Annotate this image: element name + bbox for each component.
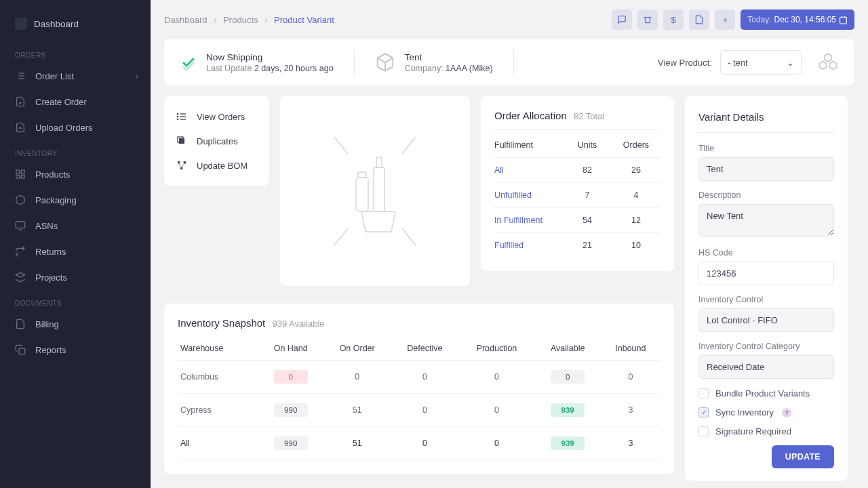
crumb-current: Product Variant [274, 15, 334, 25]
svg-rect-8 [16, 170, 20, 174]
field-label-desc: Description [698, 190, 834, 200]
actions-card: View Orders Duplicates Update BOM [164, 96, 269, 186]
action-view-orders[interactable]: View Orders [176, 104, 257, 129]
action-note-button[interactable] [612, 9, 632, 30]
action-label: Update BOM [197, 161, 248, 171]
layers-icon [15, 272, 26, 283]
field-label-title: Title [698, 144, 834, 153]
card-title: Variant Details [698, 111, 834, 133]
sidebar-dashboard[interactable]: Dashboard [0, 12, 151, 42]
table-header: Defective [391, 337, 459, 361]
file-icon [694, 15, 704, 24]
view-product-select[interactable]: - tent ⌄ [720, 50, 802, 75]
action-update-bom[interactable]: Update BOM [176, 153, 257, 178]
field-label-icc: Inventory Control Category [698, 342, 834, 351]
svg-rect-9 [21, 170, 24, 174]
sidebar-item-label: Projects [35, 272, 67, 283]
sidebar-item-projects[interactable]: Projects [0, 264, 151, 290]
crumb-sep: › [214, 15, 216, 25]
product-name: Tent [405, 52, 493, 62]
help-icon[interactable]: ? [782, 408, 791, 418]
sidebar-item-create-order[interactable]: Create Order [0, 89, 151, 115]
nodes-icon [176, 160, 187, 171]
chevron-down-icon: ⌄ [787, 58, 794, 68]
card-title: Inventory Snapshot 939 Available [178, 317, 325, 329]
svg-rect-30 [180, 167, 182, 169]
svg-rect-37 [356, 178, 368, 211]
svg-point-25 [177, 119, 178, 119]
sidebar-item-products[interactable]: Products [0, 161, 151, 187]
sidebar-item-reports[interactable]: Reports [0, 337, 151, 363]
sidebar-item-billing[interactable]: Billing [0, 311, 151, 337]
inventory-control-category-field[interactable] [698, 355, 834, 379]
sidebar-item-packaging[interactable]: Packaging [0, 187, 151, 213]
svg-rect-10 [21, 175, 24, 178]
sidebar-item-label: Products [35, 169, 70, 180]
inventory-control-field[interactable] [698, 308, 834, 332]
dollar-icon: $ [671, 15, 676, 25]
action-duplicates[interactable]: Duplicates [176, 129, 257, 153]
field-label-hs: HS Code [698, 248, 834, 258]
allocation-header-row: Fulfillment Units Orders [494, 133, 660, 158]
svg-point-24 [177, 116, 178, 117]
crumb-dashboard[interactable]: Dashboard [164, 15, 208, 25]
shipping-title: Now Shipping [206, 52, 334, 62]
sidebar-item-label: Reports [35, 345, 66, 355]
checkbox-bundle[interactable]: Bundle Product Variants [698, 388, 834, 399]
sidebar-item-label: Billing [35, 319, 59, 329]
svg-line-33 [334, 137, 348, 154]
view-product-value: - tent [728, 58, 748, 68]
grid-icon [15, 169, 26, 180]
card-subtitle: 939 Available [272, 319, 324, 329]
dashboard-icon [15, 18, 27, 30]
svg-rect-38 [358, 172, 366, 178]
sidebar-section-documents: DOCUMENTS [0, 290, 151, 311]
chevron-right-icon: › [136, 71, 138, 81]
hs-code-field[interactable] [698, 262, 834, 285]
sidebar-item-order-list[interactable]: Order List › [0, 63, 151, 89]
allocation-link[interactable]: In Fulfillment [494, 216, 563, 225]
sidebar-item-label: Upload Orders [35, 123, 93, 133]
sidebar-item-returns[interactable]: Returns [0, 239, 151, 264]
checkbox-signature[interactable]: Signature Required [698, 426, 834, 436]
sidebar-dashboard-label: Dashboard [34, 19, 79, 29]
svg-rect-29 [184, 161, 186, 163]
svg-rect-28 [178, 161, 180, 163]
file-icon [15, 319, 26, 329]
checkbox-icon [698, 388, 709, 399]
checkbox-sync[interactable]: ✓ Sync Inventory ? [698, 407, 834, 418]
variant-details-card: Variant Details Title Description New Te… [685, 96, 848, 481]
svg-line-36 [402, 228, 416, 245]
action-doc-button[interactable] [689, 9, 709, 30]
crumb-sep: › [264, 15, 267, 25]
sidebar-item-upload-orders[interactable]: Upload Orders [0, 115, 151, 140]
view-product-label: View Product: [658, 58, 712, 68]
list-icon [176, 111, 187, 122]
action-price-button[interactable]: $ [663, 9, 684, 30]
action-delete-button[interactable] [637, 9, 658, 30]
crumb-products[interactable]: Products [223, 15, 258, 25]
return-icon [15, 246, 26, 257]
svg-line-31 [178, 163, 181, 167]
shipping-check-icon [180, 54, 197, 70]
table-header: Production [458, 337, 534, 361]
description-field[interactable]: New Tent [698, 204, 834, 237]
allocation-link[interactable]: All [494, 165, 563, 175]
inventory-table: WarehouseOn HandOn OrderDefectiveProduct… [178, 337, 660, 460]
inventory-snapshot-card: Inventory Snapshot 939 Available Warehou… [164, 304, 674, 474]
action-add-button[interactable]: + [715, 9, 735, 30]
today-button[interactable]: Today: Dec 30, 14:56:05 [741, 9, 854, 30]
allocation-link[interactable]: Fulfilled [494, 241, 563, 250]
allocation-link[interactable]: Unfulfilled [494, 190, 563, 200]
card-subtitle: 82 Total [574, 111, 604, 121]
title-field[interactable] [698, 157, 834, 181]
table-header: Inbound [601, 337, 660, 361]
cubes-icon [818, 52, 838, 73]
file-plus-icon [15, 96, 26, 107]
update-button[interactable]: UPDATE [772, 445, 834, 468]
sidebar-item-asns[interactable]: ASNs [0, 213, 151, 239]
svg-rect-16 [840, 17, 847, 24]
table-row: Cypress 990 51 0 0 939 3 [178, 394, 660, 427]
breadcrumb: Dashboard › Products › Product Variant [164, 15, 334, 25]
product-cube-icon [375, 52, 395, 73]
